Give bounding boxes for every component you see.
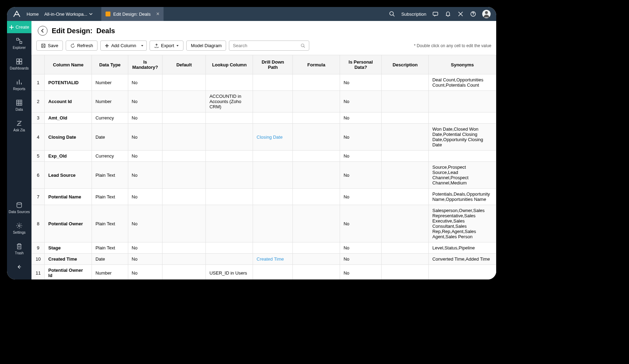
cell-personal[interactable]: No — [340, 189, 382, 205]
cell-default[interactable] — [162, 254, 206, 265]
header-formula[interactable]: Formula — [293, 55, 340, 74]
chat-icon[interactable] — [432, 10, 439, 17]
cell-formula[interactable] — [293, 151, 340, 162]
search-input[interactable] — [233, 43, 301, 48]
cell-drill[interactable] — [253, 265, 293, 280]
cell-data-type[interactable]: Plain Text — [92, 162, 128, 189]
cell-description[interactable] — [382, 151, 429, 162]
add-column-dropdown[interactable] — [138, 41, 147, 51]
cell-personal[interactable]: No — [340, 205, 382, 242]
cell-mandatory[interactable]: No — [128, 112, 162, 124]
sidebar-item-data[interactable]: Data — [7, 95, 31, 116]
cell-synonyms[interactable]: Source,Prospect Source,Lead Channel,Pros… — [429, 162, 496, 189]
cell-default[interactable] — [162, 265, 206, 280]
cell-personal[interactable]: No — [340, 162, 382, 189]
sidebar-item-trash[interactable]: Trash — [7, 239, 31, 259]
cell-personal[interactable]: No — [340, 151, 382, 162]
cell-default[interactable] — [162, 151, 206, 162]
cell-synonyms[interactable]: Converted Time,Added Time — [429, 254, 496, 265]
cell-synonyms[interactable] — [429, 112, 496, 124]
cell-mandatory[interactable]: No — [128, 254, 162, 265]
cell-mandatory[interactable]: No — [128, 124, 162, 151]
model-diagram-button[interactable]: Model Diagram — [186, 41, 226, 51]
cell-lookup[interactable] — [206, 254, 253, 265]
cell-formula[interactable] — [293, 265, 340, 280]
cell-description[interactable] — [382, 112, 429, 124]
table-row[interactable]: 4Closing DateDateNoClosing DateNoWon Dat… — [32, 124, 496, 151]
cell-data-type[interactable]: Currency — [92, 151, 128, 162]
cell-default[interactable] — [162, 74, 206, 91]
cell-synonyms[interactable] — [429, 151, 496, 162]
cell-formula[interactable] — [293, 124, 340, 151]
header-synonyms[interactable]: Synonyms — [429, 55, 496, 74]
table-row[interactable]: 3Amt_OldCurrencyNoNo — [32, 112, 496, 124]
cell-drill[interactable] — [253, 151, 293, 162]
cell-lookup[interactable] — [206, 112, 253, 124]
cell-description[interactable] — [382, 189, 429, 205]
sidebar-item-reports[interactable]: Reports — [7, 74, 31, 95]
cell-data-type[interactable]: Number — [92, 74, 128, 91]
help-icon[interactable] — [470, 10, 477, 17]
cell-data-type[interactable]: Number — [92, 265, 128, 280]
cell-data-type[interactable]: Plain Text — [92, 189, 128, 205]
cell-lookup[interactable] — [206, 205, 253, 242]
app-logo-icon[interactable] — [13, 10, 21, 18]
cell-mandatory[interactable]: No — [128, 242, 162, 254]
cell-synonyms[interactable] — [429, 91, 496, 112]
bell-icon[interactable] — [444, 10, 451, 17]
cell-data-type[interactable]: Date — [92, 124, 128, 151]
cell-column-name[interactable]: Potential Owner Id — [45, 265, 92, 280]
cell-synonyms[interactable]: Potentials,Deals,Opportunity Name,Opport… — [429, 189, 496, 205]
cell-synonyms[interactable]: Won Date,Closed Won Date,Potential Closi… — [429, 124, 496, 151]
search-box[interactable] — [229, 41, 309, 51]
cell-mandatory[interactable]: No — [128, 189, 162, 205]
back-button[interactable] — [38, 26, 48, 36]
cell-formula[interactable] — [293, 242, 340, 254]
cell-drill[interactable] — [253, 162, 293, 189]
cell-personal[interactable]: No — [340, 74, 382, 91]
create-button[interactable]: Create — [7, 21, 31, 33]
cell-drill[interactable] — [253, 74, 293, 91]
header-mandatory[interactable]: Is Mandatory? — [128, 55, 162, 74]
cell-default[interactable] — [162, 124, 206, 151]
refresh-button[interactable]: Refresh — [66, 41, 98, 51]
cell-lookup[interactable]: USER_ID in Users — [206, 265, 253, 280]
drill-link[interactable]: Created Time — [256, 256, 284, 262]
tools-icon[interactable] — [457, 10, 464, 17]
cell-mandatory[interactable]: No — [128, 205, 162, 242]
table-row[interactable]: 1POTENTIALIDNumberNoNoDeal Count,Opportu… — [32, 74, 496, 91]
cell-synonyms[interactable]: Level,Status,Pipeline — [429, 242, 496, 254]
cell-description[interactable] — [382, 162, 429, 189]
cell-lookup[interactable] — [206, 242, 253, 254]
cell-default[interactable] — [162, 112, 206, 124]
cell-data-type[interactable]: Currency — [92, 112, 128, 124]
cell-personal[interactable]: No — [340, 242, 382, 254]
export-button[interactable]: Export — [150, 41, 184, 51]
cell-mandatory[interactable]: No — [128, 91, 162, 112]
header-default[interactable]: Default — [162, 55, 206, 74]
cell-column-name[interactable]: Exp_Old — [45, 151, 92, 162]
cell-default[interactable] — [162, 91, 206, 112]
cell-synonyms[interactable] — [429, 265, 496, 280]
cell-formula[interactable] — [293, 205, 340, 242]
table-row[interactable]: 2Account IdNumberNoACCOUNTID in Accounts… — [32, 91, 496, 112]
cell-description[interactable] — [382, 91, 429, 112]
header-drill[interactable]: Drill Down Path — [253, 55, 293, 74]
cell-column-name[interactable]: Created Time — [45, 254, 92, 265]
cell-lookup[interactable] — [206, 189, 253, 205]
cell-column-name[interactable]: Lead Source — [45, 162, 92, 189]
cell-data-type[interactable]: Date — [92, 254, 128, 265]
user-avatar[interactable] — [482, 10, 491, 18]
cell-lookup[interactable] — [206, 162, 253, 189]
cell-formula[interactable] — [293, 162, 340, 189]
cell-personal[interactable]: No — [340, 265, 382, 280]
close-tab-icon[interactable]: × — [156, 11, 159, 17]
cell-column-name[interactable]: Potential Owner — [45, 205, 92, 242]
table-row[interactable]: 11Potential Owner IdNumberNoUSER_ID in U… — [32, 265, 496, 280]
table-row[interactable]: 6Lead SourcePlain TextNoNoSource,Prospec… — [32, 162, 496, 189]
subscription-link[interactable]: Subscription — [401, 12, 426, 17]
cell-personal[interactable]: No — [340, 124, 382, 151]
sidebar-collapse[interactable] — [7, 259, 31, 276]
search-icon[interactable] — [389, 10, 396, 17]
sidebar-item-settings[interactable]: Settings — [7, 218, 31, 239]
